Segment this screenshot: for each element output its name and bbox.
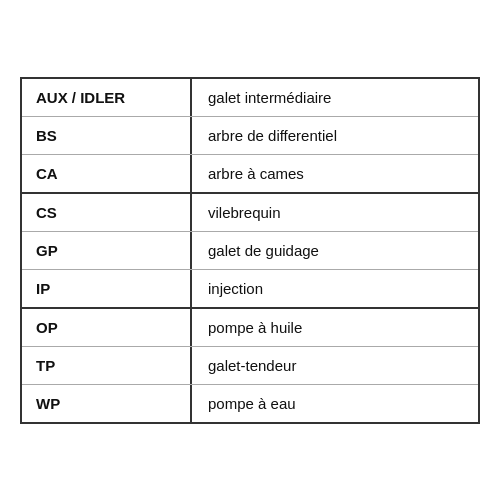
abbreviations-table: AUX / IDLERgalet intermédiaireBSarbre de… xyxy=(20,77,480,424)
abbreviation-value: arbre à cames xyxy=(192,155,478,192)
abbreviation-key: OP xyxy=(22,309,192,346)
table-row: BSarbre de differentiel xyxy=(22,117,478,155)
abbreviation-key: IP xyxy=(22,270,192,307)
abbreviation-value: galet de guidage xyxy=(192,232,478,269)
table-row: IPinjection xyxy=(22,270,478,309)
abbreviation-value: galet-tendeur xyxy=(192,347,478,384)
abbreviation-value: arbre de differentiel xyxy=(192,117,478,154)
table-row: CSvilebrequin xyxy=(22,194,478,232)
abbreviation-value: pompe à huile xyxy=(192,309,478,346)
table-row: GPgalet de guidage xyxy=(22,232,478,270)
abbreviation-value: pompe à eau xyxy=(192,385,478,422)
abbreviation-key: CS xyxy=(22,194,192,231)
table-row: CAarbre à cames xyxy=(22,155,478,194)
abbreviation-value: injection xyxy=(192,270,478,307)
abbreviation-value: vilebrequin xyxy=(192,194,478,231)
abbreviation-key: AUX / IDLER xyxy=(22,79,192,116)
table-row: TPgalet-tendeur xyxy=(22,347,478,385)
abbreviation-key: WP xyxy=(22,385,192,422)
abbreviation-value: galet intermédiaire xyxy=(192,79,478,116)
abbreviation-key: TP xyxy=(22,347,192,384)
abbreviation-key: GP xyxy=(22,232,192,269)
table-row: AUX / IDLERgalet intermédiaire xyxy=(22,79,478,117)
table-row: OPpompe à huile xyxy=(22,309,478,347)
abbreviation-key: BS xyxy=(22,117,192,154)
abbreviation-key: CA xyxy=(22,155,192,192)
table-row: WPpompe à eau xyxy=(22,385,478,422)
